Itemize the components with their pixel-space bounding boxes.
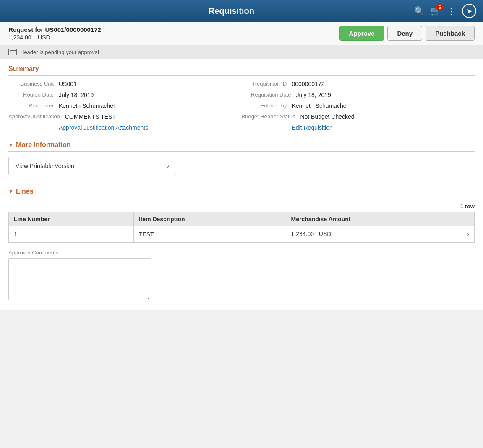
more-information-label: More Information [16,141,71,149]
entered-by-value: Kenneth Schumacher [292,102,349,109]
budget-header-status-label: Budget Header Status [242,113,300,120]
currency-value: USD [38,34,50,41]
summary-section-title: Summary [8,59,475,76]
col-item-description: Item Description [133,212,286,226]
more-options-icon[interactable]: ⋮ [447,6,456,16]
col-line-number: Line Number [9,212,134,226]
requisition-id-label: Requisition ID [242,81,292,87]
approval-justification-attachments-link[interactable]: Approval Justification Attachments [59,124,148,131]
summary-grid: Business Unit US001 Routed Date July 18,… [8,81,475,135]
summary-row-edit-requisition: Edit Requisition [242,124,475,131]
lines-label: Lines [16,188,34,195]
requisition-id-value: 0000000172 [292,81,325,87]
cell-line-number: 1 [9,226,134,243]
approver-comments-textarea[interactable] [8,258,151,300]
sub-header: Request for US001/0000000172 1,234.00 US… [0,22,483,45]
pending-icon [8,49,17,55]
business-unit-label: Business Unit [8,81,59,87]
requester-value: Kenneth Schumacher [59,102,115,109]
amount-value: 1,234.00 [8,34,31,41]
chevron-right-icon: › [167,162,169,170]
summary-row-requisition-date: Requisition Date July 18, 2019 [242,92,475,98]
summary-row-attachments: Approval Justification Attachments [8,124,242,131]
entered-by-label: Entered by [242,102,292,109]
routed-date-value: July 18, 2019 [59,92,94,98]
table-row[interactable]: 1 TEST 1,234.00 USD › [9,226,475,243]
requisition-date-value: July 18, 2019 [296,92,331,98]
summary-row-routed-date: Routed Date July 18, 2019 [8,92,242,98]
compass-icon: ➤ [467,7,472,15]
lines-table: Line Number Item Description Merchandise… [8,212,475,243]
more-information-section-title[interactable]: ▼ More Information [8,135,475,152]
approval-justification-label: Approval Justification [8,113,65,120]
requester-label: Requester [8,102,59,109]
page-title: Requisition [49,6,414,16]
lines-section-title[interactable]: ▼ Lines [8,182,475,198]
lines-arrow: ▼ [8,189,13,194]
header-icons: 🔍 🛒 6 ⋮ ➤ [414,4,476,18]
approval-justification-value: COMMENTS TEST [65,113,116,120]
summary-col-right: Requisition ID 0000000172 Requisition Da… [242,81,475,135]
row-chevron-icon: › [467,231,469,238]
request-title: Request for US001/0000000172 [8,26,101,33]
navigation-icon[interactable]: ➤ [462,4,476,18]
col-merchandise-amount: Merchandise Amount [286,212,474,226]
pending-bar: Header is pending your approval [0,45,483,59]
summary-row-requester: Requester Kenneth Schumacher [8,102,242,109]
summary-row-entered-by: Entered by Kenneth Schumacher [242,102,475,109]
routed-date-label: Routed Date [8,92,59,98]
search-icon[interactable]: 🔍 [414,6,425,16]
cell-merchandise-amount: 1,234.00 USD › [286,226,474,243]
printable-version-label: View Printable Version [16,162,74,169]
printable-version-button[interactable]: View Printable Version › [8,157,176,175]
cell-item-description: TEST [133,226,286,243]
main-content: Summary Business Unit US001 Routed Date … [0,59,483,310]
top-header: Requisition 🔍 🛒 6 ⋮ ➤ [0,0,483,22]
pushback-button[interactable]: Pushback [426,26,475,41]
lines-table-header-row: Line Number Item Description Merchandise… [9,212,475,226]
request-amount: 1,234.00 USD [8,34,101,41]
summary-row-approval-justification: Approval Justification COMMENTS TEST [8,113,242,120]
cart-badge: 6 [436,3,444,11]
budget-header-status-value: Not Budget Checked [300,113,354,120]
sub-header-actions: Approve Deny Pushback [339,26,475,41]
approver-comments-label: Approver Comments [8,249,475,256]
sub-header-info: Request for US001/0000000172 1,234.00 US… [8,26,101,41]
cart-button[interactable]: 🛒 6 [431,6,441,16]
summary-row-business-unit: Business Unit US001 [8,81,242,87]
summary-row-requisition-id: Requisition ID 0000000172 [242,81,475,87]
edit-requisition-link[interactable]: Edit Requisition [292,124,333,131]
lines-row-count: 1 row [8,203,475,210]
summary-col-left: Business Unit US001 Routed Date July 18,… [8,81,242,135]
more-information-arrow: ▼ [8,142,13,148]
pending-message: Header is pending your approval [20,49,99,55]
business-unit-value: US001 [59,81,77,87]
requisition-date-label: Requisition Date [242,92,296,98]
deny-button[interactable]: Deny [387,26,422,41]
approve-button[interactable]: Approve [339,26,384,41]
summary-row-budget-header-status: Budget Header Status Not Budget Checked [242,113,475,120]
